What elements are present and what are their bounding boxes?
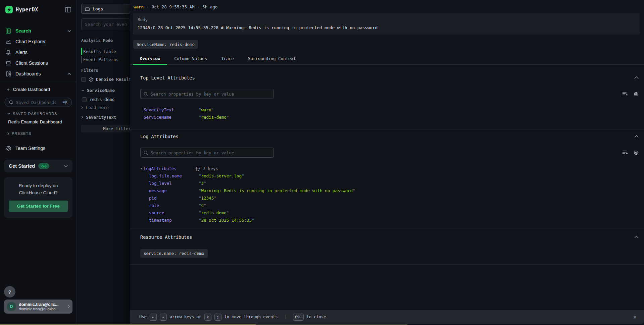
service-name-tag[interactable]: ServiceName: redis-demo [133, 40, 198, 49]
mode-event-patterns[interactable]: Event Patterns [83, 57, 118, 62]
attribute-row[interactable]: SeverityText warn [140, 106, 639, 113]
mode-results-table[interactable]: Results Table [83, 49, 116, 54]
denoise-results-row[interactable]: Denoise Results [81, 77, 134, 82]
hyperdx-logo-icon [5, 6, 13, 13]
saved-dashboards-search[interactable]: Saved Dashboards ⌘K [5, 98, 72, 107]
attribute-value: C [199, 203, 206, 208]
saved-search-placeholder: Saved Dashboards [16, 100, 60, 105]
caret-down-icon[interactable]: ▾ [140, 167, 142, 170]
sidebar-nav: Search Chart Explorer Alerts [0, 25, 77, 79]
attribute-row[interactable]: role C [140, 202, 639, 209]
footer-divider: │ [284, 315, 287, 319]
user-menu[interactable]: D dominic.tran@clic... dominic.tran@clic… [4, 300, 72, 314]
collapse-section-icon[interactable] [634, 236, 639, 238]
load-more-label: Load more [86, 105, 109, 110]
filter-group-severitytext[interactable]: SeverityText [81, 115, 116, 120]
laptop-icon [5, 61, 11, 65]
chevron-down-icon [81, 90, 84, 92]
brand-name: HyperDX [16, 7, 62, 13]
footer-text: to close [307, 315, 326, 319]
tab-column-values[interactable]: Column Values [167, 53, 214, 64]
hyperdx-app: HyperDX Search Chart Explorer [0, 0, 644, 325]
user-info: dominic.tran@clic... dominic.tran@clickh… [19, 302, 65, 311]
close-icon[interactable]: ✕ [633, 314, 637, 320]
presets-label: PRESETS [12, 131, 31, 136]
sidebar-item-chart-explorer[interactable]: Chart Explorer [0, 36, 77, 47]
tab-surrounding-context[interactable]: Surrounding Context [241, 53, 303, 64]
tab-overview[interactable]: Overview [133, 53, 167, 64]
attribute-row[interactable]: message Warning: Redis is running in pro… [140, 187, 639, 194]
key-j: j [214, 314, 221, 321]
attribute-parent-row[interactable]: ▾ LogAttributes {} 7 keys [140, 165, 639, 172]
create-dashboard-button[interactable]: + Create Dashboard [0, 82, 77, 96]
attribute-row[interactable]: log_level # [140, 179, 639, 187]
footer-text: to move through events [225, 315, 278, 319]
sidebar-collapse-icon[interactable] [65, 7, 71, 12]
sidebar-item-client-sessions[interactable]: Client Sessions [0, 58, 77, 68]
source-selector-button[interactable]: Logs [81, 4, 130, 14]
top-level-attributes-table: SeverityText warn ServiceName redis-demo [140, 106, 639, 121]
denoise-checkbox[interactable] [81, 77, 86, 82]
tab-trace[interactable]: Trace [214, 53, 241, 64]
load-more-button[interactable]: Load more [81, 105, 109, 110]
body-text: 12345:C 28 Oct 2025 14:55:35.228 # Warni… [138, 25, 635, 30]
sidebar-item-redis-dashboard[interactable]: Redis Example Dashboard [0, 117, 77, 127]
attribute-row[interactable]: pid 12345 [140, 194, 639, 202]
section-title: Resource Attributes [140, 234, 192, 240]
attribute-row[interactable]: source redis-demo [140, 209, 639, 216]
chevron-right-icon [68, 305, 70, 308]
chevron-down-icon [64, 165, 68, 167]
log-attributes-table: ▾ LogAttributes {} 7 keys log.file.name … [140, 165, 639, 224]
dashboards-icon [5, 71, 11, 76]
collapse-section-icon[interactable] [634, 135, 639, 138]
attribute-row[interactable]: timestamp 28 Oct 2025 14:55:35 [140, 216, 639, 224]
get-started-card[interactable]: Get Started 3/3 [4, 160, 72, 172]
key-k: k [204, 314, 211, 321]
footer-text: arrow keys or [170, 315, 201, 319]
attribute-row[interactable]: log.file.name redis-server.log [140, 172, 639, 179]
deploy-line-2: ClickHouse Cloud? [8, 189, 68, 197]
chevron-right-icon [81, 106, 83, 109]
section-title: Top Level Attributes [140, 75, 195, 80]
get-started-free-button[interactable]: Get Started for Free [9, 201, 68, 212]
collapse-section-icon[interactable] [634, 76, 639, 79]
sidebar-item-search[interactable]: Search [0, 25, 77, 36]
saved-dashboards-section[interactable]: SAVED DASHBOARDS [0, 107, 77, 117]
property-search[interactable] [140, 89, 274, 99]
attribute-value: redis-server.log [199, 173, 244, 178]
deploy-line-1: Ready to deploy on [8, 182, 68, 189]
filter-value-label: redis-demo [89, 97, 114, 102]
attribute-value: warn [199, 107, 214, 112]
property-search-input[interactable] [151, 92, 270, 97]
event-relative-time: 5h ago [202, 4, 217, 9]
source-selector-label: Logs [93, 6, 103, 11]
attribute-row[interactable]: ServiceName redis-demo [140, 113, 639, 121]
filter-lines-icon[interactable] [622, 92, 628, 97]
help-button[interactable]: ? [4, 286, 15, 297]
filter-group-servicename[interactable]: ServiceName [81, 88, 115, 93]
chevron-up-icon [67, 73, 71, 75]
settings-gear-icon[interactable] [634, 92, 639, 97]
property-search-input[interactable] [151, 150, 270, 155]
redis-demo-checkbox[interactable] [82, 97, 87, 102]
settings-gear-icon[interactable] [634, 150, 639, 155]
filter-lines-icon[interactable] [622, 150, 628, 155]
detail-tabs: Overview Column Values Trace Surrounding… [130, 53, 644, 65]
event-tags: ServiceName: redis-demo [133, 40, 644, 49]
user-name: dominic.tran@clic... [19, 302, 65, 307]
team-settings-label: Team Settings [15, 146, 45, 151]
deploy-promo-card: Ready to deploy on ClickHouse Cloud? Get… [4, 177, 72, 218]
severity-badge: warn [134, 4, 144, 9]
filters-label: Filters [81, 68, 98, 73]
attribute-key: pid [149, 196, 199, 201]
team-settings-button[interactable]: Team Settings [0, 137, 77, 154]
filter-value-redis-demo[interactable]: redis-demo [82, 97, 114, 102]
sidebar-item-alerts[interactable]: Alerts [0, 47, 77, 58]
nav-label: Client Sessions [15, 60, 48, 66]
sidebar-item-dashboards[interactable]: Dashboards [0, 68, 77, 79]
denoise-label: Denoise Results [96, 77, 134, 82]
presets-section[interactable]: PRESETS [0, 127, 77, 137]
resource-service-tag[interactable]: service.name: redis-demo [140, 249, 208, 258]
event-search-input[interactable] [81, 18, 130, 30]
property-search[interactable] [140, 148, 274, 158]
